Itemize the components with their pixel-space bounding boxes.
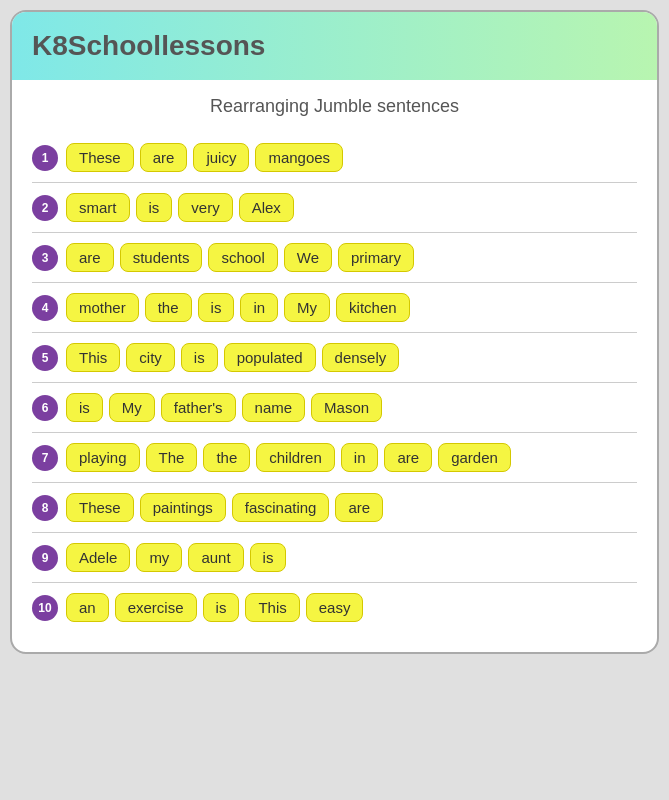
word-tag[interactable]: juicy: [193, 143, 249, 172]
sentence-row: 7playingThethechildreninaregarden: [32, 433, 637, 483]
word-tag[interactable]: garden: [438, 443, 511, 472]
word-tag[interactable]: My: [109, 393, 155, 422]
word-tag[interactable]: school: [208, 243, 277, 272]
word-tag[interactable]: Mason: [311, 393, 382, 422]
word-tag[interactable]: fascinating: [232, 493, 330, 522]
number-badge: 3: [32, 245, 58, 271]
word-tag[interactable]: These: [66, 143, 134, 172]
word-tag[interactable]: paintings: [140, 493, 226, 522]
sentence-row: 5Thiscityispopulateddensely: [32, 333, 637, 383]
number-badge: 6: [32, 395, 58, 421]
word-tag[interactable]: city: [126, 343, 175, 372]
word-tag[interactable]: are: [335, 493, 383, 522]
word-tag[interactable]: in: [240, 293, 278, 322]
number-badge: 10: [32, 595, 58, 621]
word-tag[interactable]: primary: [338, 243, 414, 272]
word-tag[interactable]: aunt: [188, 543, 243, 572]
word-tag[interactable]: is: [198, 293, 235, 322]
word-tag[interactable]: The: [146, 443, 198, 472]
word-tag[interactable]: smart: [66, 193, 130, 222]
number-badge: 5: [32, 345, 58, 371]
sentence-row: 10anexerciseisThiseasy: [32, 583, 637, 632]
word-tag[interactable]: very: [178, 193, 232, 222]
word-tag[interactable]: in: [341, 443, 379, 472]
word-tag[interactable]: father's: [161, 393, 236, 422]
word-tag[interactable]: is: [66, 393, 103, 422]
word-tag[interactable]: populated: [224, 343, 316, 372]
number-badge: 4: [32, 295, 58, 321]
word-tag[interactable]: exercise: [115, 593, 197, 622]
number-badge: 9: [32, 545, 58, 571]
word-tag[interactable]: an: [66, 593, 109, 622]
word-tag[interactable]: are: [384, 443, 432, 472]
sentence-row: 8Thesepaintingsfascinatingare: [32, 483, 637, 533]
number-badge: 7: [32, 445, 58, 471]
main-card: K8Schoollessons Rearranging Jumble sente…: [10, 10, 659, 654]
word-tag[interactable]: My: [284, 293, 330, 322]
content-area: Rearranging Jumble sentences 1Theseareju…: [12, 80, 657, 652]
sentence-row: 1Thesearejuicymangoes: [32, 133, 637, 183]
word-tag[interactable]: the: [203, 443, 250, 472]
word-tag[interactable]: We: [284, 243, 332, 272]
sentence-row: 2smartisveryAlex: [32, 183, 637, 233]
sentence-row: 9Adelemyauntis: [32, 533, 637, 583]
word-tag[interactable]: This: [245, 593, 299, 622]
sentence-row: 6isMyfather'snameMason: [32, 383, 637, 433]
header: K8Schoollessons: [12, 12, 657, 80]
word-tag[interactable]: my: [136, 543, 182, 572]
word-tag[interactable]: This: [66, 343, 120, 372]
number-badge: 1: [32, 145, 58, 171]
word-tag[interactable]: playing: [66, 443, 140, 472]
number-badge: 8: [32, 495, 58, 521]
word-tag[interactable]: easy: [306, 593, 364, 622]
sentence-row: 3arestudentsschoolWeprimary: [32, 233, 637, 283]
word-tag[interactable]: Alex: [239, 193, 294, 222]
word-tag[interactable]: is: [250, 543, 287, 572]
number-badge: 2: [32, 195, 58, 221]
word-tag[interactable]: is: [203, 593, 240, 622]
word-tag[interactable]: is: [181, 343, 218, 372]
word-tag[interactable]: students: [120, 243, 203, 272]
word-tag[interactable]: Adele: [66, 543, 130, 572]
word-tag[interactable]: mother: [66, 293, 139, 322]
word-tag[interactable]: These: [66, 493, 134, 522]
word-tag[interactable]: densely: [322, 343, 400, 372]
word-tag[interactable]: name: [242, 393, 306, 422]
sentences-list: 1Thesearejuicymangoes2smartisveryAlex3ar…: [32, 133, 637, 632]
word-tag[interactable]: is: [136, 193, 173, 222]
word-tag[interactable]: mangoes: [255, 143, 343, 172]
word-tag[interactable]: children: [256, 443, 335, 472]
word-tag[interactable]: are: [140, 143, 188, 172]
word-tag[interactable]: kitchen: [336, 293, 410, 322]
sentence-row: 4mothertheisinMykitchen: [32, 283, 637, 333]
word-tag[interactable]: are: [66, 243, 114, 272]
page-title: Rearranging Jumble sentences: [32, 96, 637, 117]
app-title: K8Schoollessons: [32, 30, 265, 61]
word-tag[interactable]: the: [145, 293, 192, 322]
